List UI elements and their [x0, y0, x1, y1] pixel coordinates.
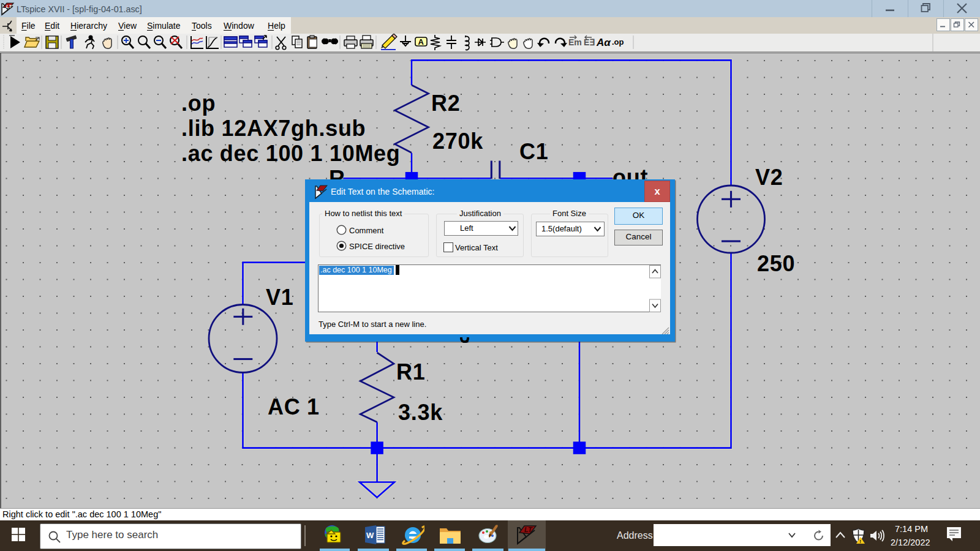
svg-text:.ac dec 100 1 10Meg: .ac dec 100 1 10Meg [181, 141, 401, 166]
svg-text:250: 250 [757, 251, 795, 276]
svg-text:!: ! [859, 539, 861, 544]
svg-text:.op: .op [612, 37, 624, 47]
svg-text:R1: R1 [396, 359, 425, 384]
svg-text:Aα: Aα [596, 37, 611, 48]
svg-text:V2: V2 [755, 165, 783, 190]
svg-text:E∃: E∃ [584, 37, 595, 47]
svg-text:3.3k: 3.3k [398, 400, 443, 425]
svg-text:R2: R2 [431, 91, 460, 116]
svg-text:W: W [366, 531, 374, 540]
svg-text:C1: C1 [519, 139, 548, 164]
svg-text:270k: 270k [432, 129, 483, 154]
svg-text:A: A [418, 37, 424, 47]
svg-text:LT: LT [6, 4, 12, 9]
svg-text:.lib 12AX7gh.sub: .lib 12AX7gh.sub [181, 116, 366, 141]
svg-text:.op: .op [181, 91, 216, 116]
svg-text:V1: V1 [266, 285, 293, 310]
svg-text:AC 1: AC 1 [268, 394, 320, 419]
svg-text:LT: LT [524, 526, 533, 533]
